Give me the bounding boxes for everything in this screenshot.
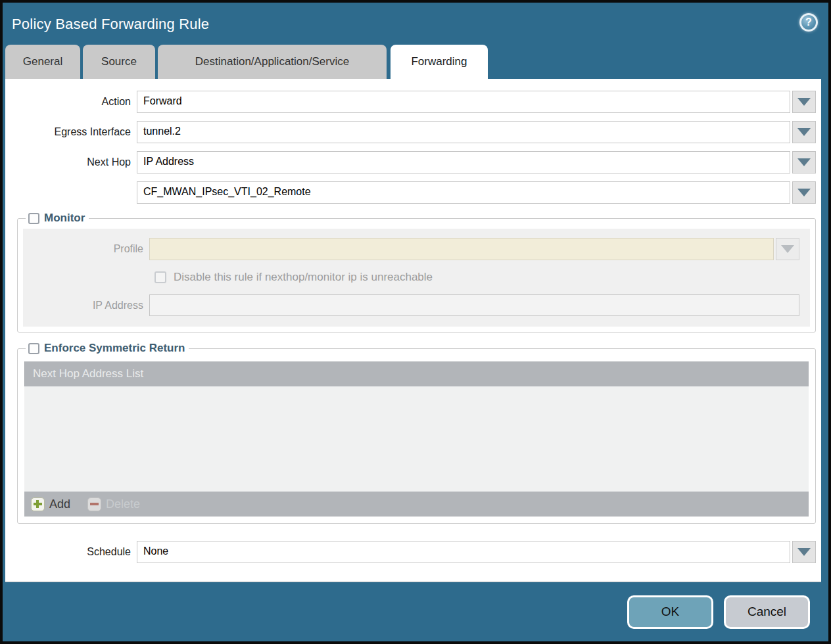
disable-rule-checkbox[interactable] [154,271,166,283]
chevron-down-icon [797,128,811,136]
help-icon[interactable]: ? [799,13,818,32]
action-select[interactable]: Forward [137,91,816,113]
tab-general[interactable]: General [5,45,80,79]
next-hop-type-select[interactable]: IP Address [137,151,816,173]
chevron-down-icon [781,245,794,253]
chevron-down-icon [797,548,811,556]
monitor-checkbox[interactable] [28,213,39,224]
next-hop-address-row: CF_MWAN_IPsec_VTI_02_Remote [5,181,821,204]
monitor-group: Monitor Profile Disable this rule if nex… [17,212,816,333]
chevron-down-icon [797,98,811,106]
schedule-dropdown-button[interactable] [792,541,816,563]
plus-icon [31,497,45,511]
enforce-symmetric-return-group: Enforce Symmetric Return Next Hop Addres… [17,342,816,524]
schedule-label: Schedule [5,546,137,558]
egress-interface-value: tunnel.2 [137,121,790,143]
tab-forwarding[interactable]: Forwarding [391,45,488,79]
egress-interface-row: Egress Interface tunnel.2 [5,121,821,143]
enforce-symmetric-return-checkbox[interactable] [28,343,39,354]
delete-button[interactable]: Delete [87,497,140,511]
disable-rule-label: Disable this rule if nexthop/monitor ip … [174,271,433,284]
tab-source[interactable]: Source [83,45,155,79]
monitor-legend-label: Monitor [44,212,85,225]
action-value: Forward [137,91,790,113]
next-hop-type-dropdown-button[interactable] [792,151,816,173]
add-button[interactable]: Add [31,497,70,511]
profile-select [149,238,799,260]
next-hop-type-value: IP Address [137,151,790,173]
monitor-panel: Profile Disable this rule if nexthop/mon… [23,229,810,327]
dialog-title: Policy Based Forwarding Rule [12,16,209,33]
schedule-select[interactable]: None [137,541,816,563]
next-hop-address-dropdown-button[interactable] [792,181,816,204]
schedule-row: Schedule None [5,541,821,563]
monitor-ip-address-input [149,294,799,316]
delete-button-label: Delete [106,497,140,511]
forwarding-tab-panel: Action Forward Egress Interface tunnel.2… [5,79,821,582]
tab-destination-application-service[interactable]: Destination/Application/Service [158,45,387,79]
next-hop-address-select[interactable]: CF_MWAN_IPsec_VTI_02_Remote [137,181,816,204]
next-hop-address-list-table: Next Hop Address List Add Delete [24,361,809,517]
title-bar: Policy Based Forwarding Rule ? [3,3,828,45]
disable-rule-row: Disable this rule if nexthop/monitor ip … [154,271,805,284]
chevron-down-icon [797,189,811,196]
profile-dropdown-button [776,238,799,260]
next-hop-address-list-body [24,386,809,492]
next-hop-address-list-header: Next Hop Address List [24,361,809,386]
profile-row: Profile [23,238,805,260]
next-hop-row: Next Hop IP Address [5,151,821,173]
tab-bar: General Source Destination/Application/S… [3,45,828,79]
policy-based-forwarding-rule-dialog: Policy Based Forwarding Rule ? General S… [0,0,831,644]
monitor-ip-address-label: IP Address [23,300,149,311]
minus-icon [87,497,101,511]
monitor-ip-address-row: IP Address [23,294,805,316]
schedule-value: None [137,541,790,563]
egress-interface-label: Egress Interface [5,126,137,138]
next-hop-label: Next Hop [5,156,137,168]
enforce-symmetric-return-legend-label: Enforce Symmetric Return [44,342,185,355]
cancel-button[interactable]: Cancel [724,595,810,629]
next-hop-address-value: CF_MWAN_IPsec_VTI_02_Remote [137,181,790,204]
monitor-legend: Monitor [26,212,89,225]
action-label: Action [5,96,137,108]
profile-label: Profile [23,243,149,255]
chevron-down-icon [797,158,811,166]
action-dropdown-button[interactable] [792,91,816,113]
ok-button[interactable]: OK [627,595,713,629]
table-toolbar: Add Delete [24,492,809,517]
dialog-button-bar: OK Cancel [3,582,828,641]
action-row: Action Forward [5,91,821,113]
enforce-symmetric-return-legend: Enforce Symmetric Return [26,342,189,355]
egress-interface-select[interactable]: tunnel.2 [137,121,816,143]
add-button-label: Add [49,497,70,511]
egress-interface-dropdown-button[interactable] [792,121,816,143]
profile-value [149,238,774,260]
